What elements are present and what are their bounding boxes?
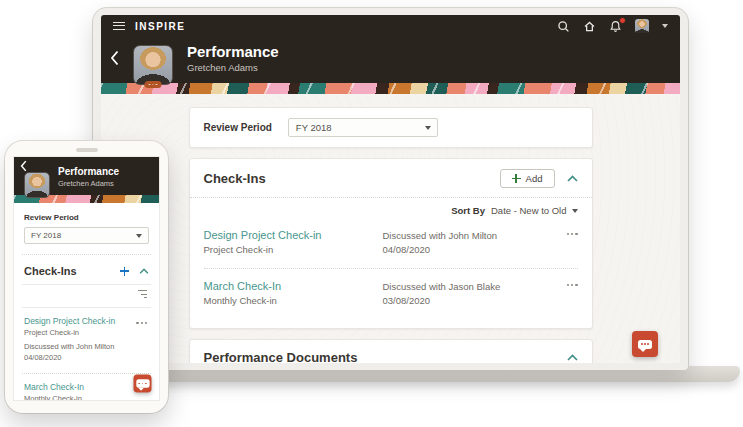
phone-screen: Performance Gretchen Adams Review Period… bbox=[13, 156, 160, 401]
checkins-card: Check-Ins Add bbox=[189, 158, 593, 329]
back-icon[interactable] bbox=[110, 50, 119, 66]
avatar-actions-icon[interactable] bbox=[145, 81, 162, 88]
employee-avatar[interactable] bbox=[24, 172, 50, 198]
home-icon[interactable] bbox=[583, 20, 596, 33]
checkin-link[interactable]: March Check-In bbox=[204, 280, 383, 292]
checkins-header: Check-Ins bbox=[24, 265, 149, 277]
checkin-row[interactable]: March Check-In Monthly Check-in Discusse… bbox=[204, 268, 578, 319]
review-period-select[interactable]: FY 2018 bbox=[24, 227, 149, 244]
checkin-link[interactable]: Design Project Check-in bbox=[204, 229, 383, 241]
checkin-date: 03/08/2020 bbox=[383, 294, 562, 308]
chevron-down-icon[interactable] bbox=[662, 24, 668, 28]
checkin-discussed-with: Discussed with John Milton bbox=[24, 341, 149, 352]
review-period-value: FY 2018 bbox=[31, 231, 61, 240]
review-period-card: Review Period FY 2018 bbox=[189, 107, 593, 148]
page-title: Performance bbox=[187, 43, 279, 60]
plus-icon bbox=[512, 174, 521, 183]
search-icon[interactable] bbox=[557, 20, 570, 33]
add-checkin-button[interactable]: Add bbox=[500, 169, 555, 188]
performance-documents-title: Performance Documents bbox=[204, 350, 358, 363]
phone-page-header: Performance Gretchen Adams bbox=[14, 157, 159, 195]
chat-icon[interactable] bbox=[133, 374, 151, 392]
chat-icon[interactable] bbox=[632, 331, 658, 357]
divider bbox=[22, 254, 151, 255]
checkin-type: Project Check-in bbox=[24, 328, 149, 337]
checkin-discussed-with: Discussed with John Milton bbox=[383, 229, 562, 243]
checkin-type: Monthly Check-in bbox=[204, 295, 383, 306]
sort-select[interactable]: Date - New to Old bbox=[491, 205, 578, 216]
checkin-link[interactable]: March Check-In bbox=[24, 382, 149, 392]
collapse-checkins-icon[interactable] bbox=[567, 175, 578, 182]
review-period-label: Review Period bbox=[204, 122, 272, 133]
user-avatar[interactable] bbox=[635, 19, 649, 33]
checkin-date: 04/08/2020 bbox=[24, 352, 149, 363]
global-topbar: INSPIRE bbox=[101, 15, 680, 37]
sort-icon[interactable] bbox=[138, 290, 147, 299]
decorative-pattern-strip bbox=[101, 83, 680, 94]
phone-device: Performance Gretchen Adams Review Period… bbox=[5, 141, 168, 413]
laptop-screen: INSPIRE bbox=[101, 15, 680, 363]
review-period-value: FY 2018 bbox=[296, 122, 332, 133]
collapse-documents-icon[interactable] bbox=[567, 354, 578, 361]
review-period-label: Review Period bbox=[24, 213, 149, 222]
checkins-title: Check-Ins bbox=[204, 171, 266, 186]
page-subtitle: Gretchen Adams bbox=[58, 179, 119, 188]
checkin-row[interactable]: March Check-In Monthly Check-in Discusse… bbox=[24, 374, 149, 402]
overflow-menu-icon[interactable] bbox=[567, 233, 578, 258]
page-content: Review Period FY 2018 Check-Ins bbox=[101, 94, 680, 363]
laptop-device: INSPIRE bbox=[93, 8, 688, 370]
phone-page-content: Review Period FY 2018 Check-Ins bbox=[14, 213, 159, 401]
laptop-bezel: INSPIRE bbox=[93, 8, 688, 370]
notification-badge bbox=[619, 17, 626, 24]
page-subtitle: Gretchen Adams bbox=[187, 62, 279, 73]
performance-documents-card: Performance Documents Curre bbox=[189, 339, 593, 363]
checkin-type: Monthly Check-in bbox=[24, 394, 149, 402]
stage: INSPIRE bbox=[0, 0, 743, 427]
collapse-checkins-icon[interactable] bbox=[139, 268, 149, 274]
checkin-row[interactable]: Design Project Check-in Project Check-in… bbox=[204, 218, 578, 268]
checkin-discussed-with: Discussed with Jason Blake bbox=[383, 280, 562, 294]
checkin-row[interactable]: Design Project Check-in Project Check-in… bbox=[24, 308, 149, 371]
topbar-actions bbox=[557, 19, 668, 33]
overflow-menu-icon[interactable] bbox=[567, 284, 578, 309]
checkin-link[interactable]: Design Project Check-in bbox=[24, 316, 149, 326]
brand-logo: INSPIRE bbox=[135, 21, 186, 32]
checkin-type: Project Check-in bbox=[204, 244, 383, 255]
notifications-icon[interactable] bbox=[609, 20, 622, 33]
checkins-title: Check-Ins bbox=[24, 265, 77, 277]
add-button-label: Add bbox=[526, 173, 543, 184]
add-checkin-button[interactable] bbox=[120, 267, 129, 276]
employee-avatar[interactable] bbox=[133, 45, 173, 85]
page-titles: Performance Gretchen Adams bbox=[187, 43, 279, 73]
page-title: Performance bbox=[58, 166, 119, 177]
page-header: Performance Gretchen Adams bbox=[101, 37, 680, 83]
back-icon[interactable] bbox=[20, 160, 27, 172]
review-period-select[interactable]: FY 2018 bbox=[288, 118, 438, 137]
sort-by-label: Sort By bbox=[451, 205, 485, 216]
checkin-date: 04/08/2020 bbox=[383, 243, 562, 257]
sort-row: Sort By Date - New to Old bbox=[204, 198, 578, 218]
sort-value: Date - New to Old bbox=[491, 205, 567, 216]
phone-speaker bbox=[76, 148, 98, 152]
overflow-menu-icon[interactable] bbox=[136, 322, 147, 324]
menu-icon[interactable] bbox=[113, 22, 125, 30]
